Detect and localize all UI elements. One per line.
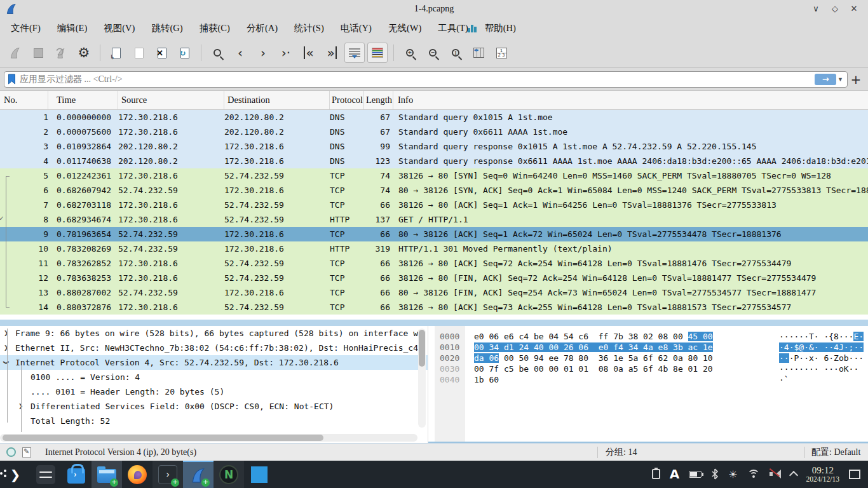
menu-item-8[interactable]: 无线(W) <box>380 20 430 37</box>
wifi-icon[interactable] <box>747 470 760 479</box>
zoom-in-button[interactable]: + <box>400 43 420 63</box>
detail-line-3[interactable]: 0100 .... = Version: 4 <box>0 370 428 384</box>
file-manager-button[interactable]: + <box>92 461 122 488</box>
tray-expand-icon[interactable] <box>789 471 798 480</box>
clipboard-tray-icon[interactable] <box>652 469 660 479</box>
menu-item-0[interactable]: 文件(F) <box>3 20 49 37</box>
app-launcher-button[interactable]: ❯ <box>0 461 31 488</box>
goto-packet-button[interactable]: ›· <box>276 43 296 63</box>
display-filter-box[interactable]: → ▼ <box>4 71 848 88</box>
packet-row-4[interactable]: 40.011740638202.120.80.2172.30.218.6DNS1… <box>0 154 868 168</box>
bluetooth-icon[interactable] <box>711 468 719 480</box>
details-vertical-scrollbar[interactable] <box>418 329 426 428</box>
detail-line-4[interactable]: .... 0101 = Header Length: 20 bytes (5) <box>0 384 428 399</box>
column-header-info[interactable]: Info <box>393 91 868 109</box>
clock[interactable]: 09:12 2024/12/13 <box>806 465 839 484</box>
packet-row-13[interactable]: 130.88028700252.74.232.59172.30.218.6TCP… <box>0 285 868 300</box>
wireshark-taskbar-button[interactable]: + <box>183 461 214 488</box>
menu-item-4[interactable]: 捕获(C) <box>191 20 238 37</box>
capture-options-button[interactable]: ⚙ <box>74 43 94 63</box>
menu-item-10[interactable]: 帮助(H) <box>477 20 524 37</box>
previous-packet-button[interactable]: ‹ <box>230 43 250 63</box>
firefox-button[interactable] <box>122 461 153 488</box>
menu-item-6[interactable]: 统计(S) <box>286 20 332 37</box>
menu-item-3[interactable]: 跳转(G) <box>143 20 191 37</box>
expander-closed-icon[interactable]: ❯ <box>4 341 8 355</box>
packet-row-12[interactable]: 120.783638253172.30.218.652.74.232.59TCP… <box>0 271 868 285</box>
number-columns-button[interactable]: 12 3 <box>491 43 512 63</box>
packet-row-2[interactable]: 20.000075600172.30.218.6202.120.80.2DNS6… <box>0 125 868 139</box>
packet-row-7[interactable]: 70.682703118172.30.218.652.74.232.59TCP6… <box>0 198 868 212</box>
packet-row-10[interactable]: 100.78320826952.74.232.59172.30.218.6HTT… <box>0 241 868 256</box>
packet-row-1[interactable]: 10.000000000172.30.218.6202.120.80.2DNS6… <box>0 110 868 125</box>
colorize-button[interactable] <box>367 43 388 63</box>
open-file-button[interactable]: ↳ <box>106 43 126 63</box>
first-packet-button[interactable]: « <box>299 43 319 63</box>
detail-line-2[interactable]: ❯Internet Protocol Version 4, Src: 52.74… <box>0 355 428 370</box>
bookmark-icon[interactable] <box>8 74 16 85</box>
column-header-time[interactable]: Time <box>48 91 118 109</box>
start-capture-button[interactable] <box>5 43 25 63</box>
capture-comment-icon[interactable] <box>22 447 31 458</box>
vscode-button[interactable] <box>244 461 275 488</box>
menu-item-5[interactable]: 分析(A) <box>238 20 286 37</box>
hex-row-0000[interactable]: 0000e0 06 e6 c4 be 04 54 c6 ff 7b 38 02 … <box>428 331 868 342</box>
stop-capture-button[interactable] <box>28 43 48 63</box>
hex-row-0030[interactable]: 003000 7f c5 be 00 00 01 01 08 0a a5 6f … <box>428 363 868 374</box>
column-header-protocol[interactable]: Protocol <box>330 91 364 109</box>
hex-row-0010[interactable]: 001000 34 d1 24 40 00 26 06 e0 f4 34 4a … <box>428 342 868 353</box>
show-desktop-button[interactable] <box>849 470 860 479</box>
zoom-reset-button[interactable]: 1 <box>445 43 466 63</box>
details-horizontal-scrollbar[interactable] <box>0 434 417 442</box>
zoom-out-button[interactable]: − <box>423 43 443 63</box>
save-file-button[interactable] <box>129 43 149 63</box>
reload-file-button[interactable]: ↻ <box>175 43 195 63</box>
packet-row-8[interactable]: 80.682934674172.30.218.652.74.232.59HTTP… <box>0 212 868 227</box>
resize-columns-button[interactable] <box>468 43 489 63</box>
input-method-icon[interactable]: A <box>670 466 679 482</box>
column-header-no[interactable]: No. <box>0 91 48 109</box>
settings-app-button[interactable] <box>31 461 61 488</box>
maximize-button[interactable]: ◇ <box>827 3 843 15</box>
menu-item-1[interactable]: 编辑(E) <box>49 20 96 37</box>
close-file-button[interactable]: ✕ <box>152 43 172 63</box>
auto-scroll-button[interactable] <box>344 43 365 63</box>
minimize-button[interactable]: ∨ <box>808 3 824 15</box>
hex-row-0020[interactable]: 0020da 06 00 50 94 ee 78 80 36 1e 5a 6f … <box>428 353 868 363</box>
packet-row-5[interactable]: 50.012242361172.30.218.652.74.232.59TCP7… <box>0 168 868 183</box>
next-packet-button[interactable]: › <box>253 43 273 63</box>
last-packet-button[interactable]: » <box>322 43 342 63</box>
find-packet-button[interactable] <box>207 43 227 63</box>
brightness-icon[interactable]: ☀ <box>728 468 737 480</box>
detail-line-6[interactable]: Total Length: 52 <box>0 414 428 428</box>
apply-filter-button[interactable]: → <box>815 74 836 85</box>
volume-muted-icon[interactable] <box>770 469 781 479</box>
column-header-length[interactable]: Length <box>364 91 393 109</box>
packet-row-9[interactable]: 90.78196365452.74.232.59172.30.218.6TCP6… <box>0 227 868 241</box>
detail-line-5[interactable]: ❯Differentiated Services Field: 0x00 (DS… <box>0 399 428 414</box>
hex-row-0040[interactable]: 00401b 60·` <box>428 374 868 385</box>
close-button[interactable]: ✕ <box>846 3 862 15</box>
menu-item-7[interactable]: 电话(Y) <box>332 20 380 37</box>
packet-row-11[interactable]: 110.783262852172.30.218.652.74.232.59TCP… <box>0 256 868 271</box>
packet-row-6[interactable]: 60.68260794252.74.232.59172.30.218.6TCP7… <box>0 183 868 198</box>
expert-info-icon[interactable] <box>6 447 16 457</box>
packet-row-14[interactable]: 140.880372876172.30.218.652.74.232.59TCP… <box>0 300 868 315</box>
neovim-button[interactable]: N <box>214 461 244 488</box>
packet-row-3[interactable]: 30.010932864202.120.80.2172.30.218.6DNS9… <box>0 139 868 154</box>
column-header-source[interactable]: Source <box>118 91 224 109</box>
display-filter-input[interactable] <box>20 74 815 85</box>
pane-splitter[interactable] <box>0 320 868 326</box>
detail-line-1[interactable]: ❯Ethernet II, Src: NewH3CTechno_7b:38:02… <box>0 341 428 355</box>
detail-line-0[interactable]: ❯Frame 9: 66 bytes on wire (528 bits), 6… <box>0 326 428 341</box>
expander-closed-icon[interactable]: ❯ <box>4 326 8 341</box>
add-filter-button[interactable]: + <box>848 71 864 88</box>
software-store-button[interactable] <box>61 461 92 488</box>
column-header-destination[interactable]: Destination <box>224 91 330 109</box>
menu-item-2[interactable]: 视图(V) <box>95 20 143 37</box>
terminal-button[interactable]: ›+ <box>153 461 183 488</box>
filter-dropdown-caret[interactable]: ▼ <box>837 76 843 83</box>
battery-icon[interactable] <box>689 471 702 478</box>
restart-capture-button[interactable] <box>51 43 71 63</box>
profile-status[interactable]: 配置: Default <box>804 447 868 458</box>
